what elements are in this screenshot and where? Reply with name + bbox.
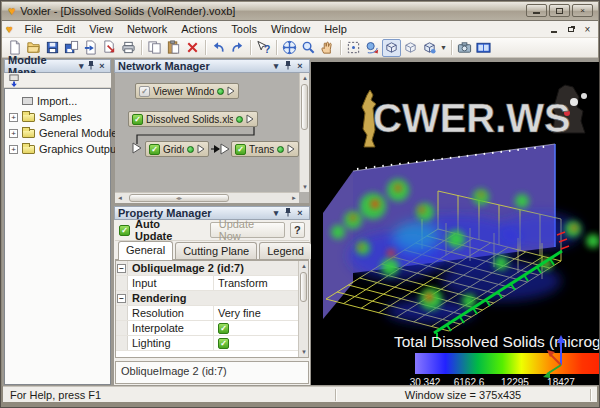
- mdi-restore-button[interactable]: [564, 23, 577, 35]
- close-button[interactable]: ×: [572, 4, 593, 17]
- mdi-minimize-button[interactable]: [547, 23, 560, 35]
- mdi-close-button[interactable]: ×: [581, 23, 594, 35]
- legend-tick: 12295: [501, 377, 529, 385]
- auto-update-checkbox[interactable]: ✓: [119, 225, 130, 236]
- output-connector[interactable]: [197, 144, 205, 154]
- network-manager-header[interactable]: Network Manager ▾ ×: [114, 59, 310, 73]
- collapse-icon[interactable]: −: [117, 264, 126, 273]
- menu-actions[interactable]: Actions: [174, 22, 224, 36]
- node-dissolved-solids[interactable]: ✓ Dissolved Solids.xlsx: [128, 111, 258, 127]
- property-row-interpolate[interactable]: Interpolate ✓: [116, 321, 308, 336]
- output-connector[interactable]: [287, 144, 295, 154]
- view-xy-button[interactable]: [401, 39, 420, 57]
- trackball-button[interactable]: [280, 39, 299, 57]
- node-checkbox[interactable]: ✓: [235, 144, 246, 155]
- property-group-row[interactable]: − Rendering: [116, 291, 308, 306]
- redo-button[interactable]: [228, 39, 247, 57]
- expand-icon[interactable]: +: [9, 113, 18, 122]
- status-separator: [590, 389, 591, 401]
- folder-icon: [22, 113, 35, 122]
- menu-window[interactable]: Window: [264, 22, 317, 36]
- pan-hand-button[interactable]: [318, 39, 337, 57]
- tree-item-samples[interactable]: + Samples: [5, 109, 110, 125]
- print-button[interactable]: [119, 39, 138, 57]
- node-checkbox[interactable]: ✓: [139, 86, 150, 97]
- pin-icon[interactable]: [282, 207, 294, 220]
- expand-icon[interactable]: +: [9, 145, 18, 154]
- property-help-button[interactable]: ?: [290, 222, 305, 238]
- zoom-fit-button[interactable]: [344, 39, 363, 57]
- property-row-lighting[interactable]: Lighting ✓: [116, 336, 308, 351]
- output-connector[interactable]: [246, 114, 254, 124]
- update-now-button[interactable]: Update Now: [210, 222, 285, 238]
- legend-tick: 30.342: [410, 377, 441, 385]
- restore-button[interactable]: [549, 4, 570, 17]
- node-gridder[interactable]: ✓ Gridder: [145, 141, 209, 157]
- property-grid-scrollbar[interactable]: ▲ ▼: [298, 261, 308, 357]
- pin-icon[interactable]: [282, 60, 294, 73]
- menu-tools[interactable]: Tools: [224, 22, 264, 36]
- property-grid: − ObliqueImage 2 (id:7) Input Transform …: [115, 260, 309, 358]
- legend-title: Total Dissolved Solids (microgr: [394, 333, 599, 350]
- toolbar-separator: [141, 40, 142, 55]
- tree-item-import[interactable]: Import...: [5, 93, 110, 109]
- expand-icon[interactable]: +: [9, 129, 18, 138]
- module-tree: Import... + Samples + General Modules + …: [4, 88, 111, 385]
- panel-menu-icon[interactable]: ▾: [76, 60, 86, 72]
- copy-image-button[interactable]: [455, 39, 474, 57]
- tree-item-general-modules[interactable]: + General Modules: [5, 125, 110, 141]
- viewer-3d-canvas[interactable]: CWER.WS Total Dissolved Solids (microgr …: [311, 62, 599, 385]
- tab-general[interactable]: General: [118, 241, 173, 260]
- print-preview-button[interactable]: [100, 39, 119, 57]
- panel-close-icon[interactable]: ×: [97, 60, 107, 72]
- view-xyz-button[interactable]: [382, 39, 401, 57]
- lighting-checkbox[interactable]: ✓: [218, 338, 229, 349]
- menu-network[interactable]: Network: [120, 22, 174, 36]
- view-preset-dropdown-icon[interactable]: ▼: [440, 44, 447, 51]
- node-transform[interactable]: ✓ Transform: [231, 141, 299, 157]
- node-checkbox[interactable]: ✓: [132, 114, 143, 125]
- minimize-button[interactable]: [526, 4, 547, 17]
- node-viewer-window[interactable]: ✓ Viewer Window: [135, 83, 239, 99]
- view-preset-button[interactable]: [420, 39, 439, 57]
- menu-bar: ♥ File Edit View Network Actions Tools W…: [2, 21, 598, 38]
- network-canvas[interactable]: ✓ Viewer Window ✓ Dissolved Solids.xlsx …: [115, 73, 309, 203]
- menu-help[interactable]: Help: [317, 22, 354, 36]
- toolbar-separator: [451, 40, 452, 55]
- network-horizontal-scrollbar[interactable]: ◄ ◂▸ ►: [115, 192, 299, 203]
- export-button[interactable]: [81, 39, 100, 57]
- tree-item-graphics-output[interactable]: + Graphics Output: [5, 141, 110, 157]
- pin-icon[interactable]: [86, 60, 96, 73]
- reset-view-button[interactable]: [363, 39, 382, 57]
- property-row-input[interactable]: Input Transform: [116, 276, 308, 291]
- restore-icon: [556, 8, 563, 14]
- title-bar[interactable]: ♥ Voxler - [Dissolved Solids (VolRender)…: [2, 2, 598, 21]
- copy-button[interactable]: [145, 39, 164, 57]
- add-module-button[interactable]: [6, 73, 22, 87]
- context-help-button[interactable]: ?: [254, 39, 273, 57]
- delete-button[interactable]: [183, 39, 202, 57]
- panel-close-icon[interactable]: ×: [294, 60, 306, 72]
- menu-edit[interactable]: Edit: [49, 22, 82, 36]
- paste-button[interactable]: [164, 39, 183, 57]
- minimize-icon: [533, 12, 540, 14]
- dual-view-button[interactable]: [474, 39, 493, 57]
- menu-view[interactable]: View: [82, 22, 120, 36]
- output-connector[interactable]: [227, 86, 235, 96]
- module-manager-header[interactable]: Module Mana... ▾ ×: [4, 59, 111, 73]
- tab-cutting-plane[interactable]: Cutting Plane: [175, 242, 257, 259]
- property-group-row[interactable]: − ObliqueImage 2 (id:7): [116, 261, 308, 276]
- panel-menu-icon[interactable]: ▾: [270, 60, 282, 72]
- dock-area: Module Mana... ▾ × Import... + Samples: [2, 58, 598, 386]
- interpolate-checkbox[interactable]: ✓: [218, 323, 229, 334]
- document-logo-icon: ♥: [6, 23, 13, 35]
- node-checkbox[interactable]: ✓: [149, 144, 160, 155]
- collapse-icon[interactable]: −: [117, 294, 126, 303]
- network-vertical-scrollbar[interactable]: ▲ ▼: [299, 73, 309, 192]
- zoom-button[interactable]: [299, 39, 318, 57]
- undo-button[interactable]: [209, 39, 228, 57]
- property-row-resolution[interactable]: Resolution Very fine: [116, 306, 308, 321]
- tab-legend[interactable]: Legend: [259, 242, 312, 259]
- panel-close-icon[interactable]: ×: [294, 207, 306, 219]
- menu-file[interactable]: File: [18, 22, 50, 36]
